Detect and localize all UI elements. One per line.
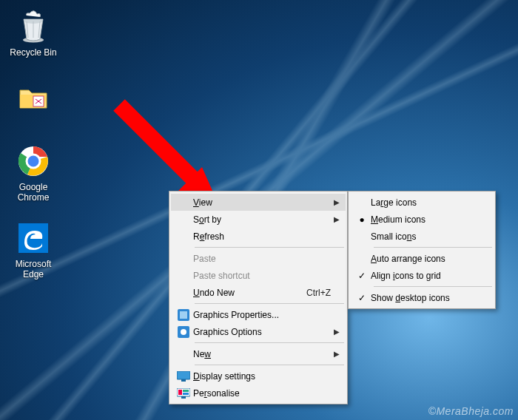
chevron-right-icon: ▶ (331, 328, 340, 336)
menu-item-graphics-properties[interactable]: Graphics Properties... (171, 306, 346, 323)
svg-rect-12 (181, 379, 186, 382)
menu-item-paste: Paste (171, 250, 346, 267)
svg-rect-16 (183, 393, 189, 395)
intel-props-icon (174, 309, 193, 321)
submenu-item-small-icons[interactable]: Small icons (350, 228, 494, 245)
menu-item-undo[interactable]: Undo New Ctrl+Z (171, 284, 346, 301)
desktop-context-menu: View ▶ Sort by ▶ Refresh Paste Paste sho… (169, 191, 348, 404)
menu-item-personalise[interactable]: Personalise (171, 385, 346, 402)
svg-point-3 (27, 155, 40, 168)
watermark: ©MeraBheja.com (428, 405, 514, 417)
view-submenu: Large icons ● Medium icons Small icons A… (348, 191, 496, 309)
menu-separator (374, 286, 492, 287)
svg-rect-11 (177, 371, 190, 379)
menu-shortcut: Ctrl+Z (297, 288, 331, 298)
svg-rect-14 (178, 390, 182, 395)
folder-icon (16, 80, 51, 115)
desktop-icon-label: Google Chrome (7, 182, 59, 203)
desktop-icon-recycle-bin[interactable]: Recycle Bin (6, 6, 61, 64)
svg-rect-17 (181, 396, 186, 399)
recycle-bin-icon (16, 9, 51, 44)
check-icon: ✓ (353, 271, 371, 281)
check-icon: ✓ (353, 293, 371, 303)
menu-separator (195, 365, 344, 365)
svg-line-5 (119, 105, 195, 180)
desktop-icon-label: Microsoft Edge (7, 259, 59, 280)
menu-item-view[interactable]: View ▶ (171, 194, 346, 211)
svg-rect-15 (183, 390, 189, 392)
radio-selected-icon: ● (353, 214, 371, 225)
submenu-item-large-icons[interactable]: Large icons (350, 194, 494, 211)
chevron-right-icon: ▶ (331, 198, 340, 206)
submenu-item-show-desktop-icons[interactable]: ✓ Show desktop icons (350, 289, 494, 306)
personalise-icon (174, 388, 193, 399)
desktop-icon-column: Recycle Bin Google Chrome (6, 6, 65, 285)
menu-item-paste-shortcut: Paste shortcut (171, 267, 346, 284)
menu-item-new[interactable]: New ▶ (171, 345, 346, 362)
chevron-right-icon: ▶ (331, 350, 340, 358)
menu-item-graphics-options[interactable]: Graphics Options ▶ (171, 323, 346, 340)
intel-options-icon (174, 326, 193, 338)
menu-separator (195, 247, 344, 248)
svg-rect-8 (180, 311, 187, 319)
submenu-item-auto-arrange[interactable]: Auto arrange icons (350, 250, 494, 267)
svg-point-10 (181, 329, 186, 335)
chevron-right-icon: ▶ (331, 215, 340, 223)
menu-separator (374, 247, 492, 248)
desktop-icon-edge[interactable]: Microsoft Edge (6, 217, 61, 285)
desktop-icon-chrome[interactable]: Google Chrome (6, 140, 61, 209)
desktop-icon-label: Recycle Bin (10, 47, 56, 58)
desktop-icon-folder[interactable] (6, 77, 61, 124)
chrome-icon (16, 143, 51, 179)
submenu-item-medium-icons[interactable]: ● Medium icons (350, 211, 494, 228)
menu-separator (195, 342, 344, 343)
menu-separator (195, 303, 344, 304)
menu-item-sort-by[interactable]: Sort by ▶ (171, 211, 346, 228)
display-settings-icon (174, 371, 193, 382)
menu-item-display-settings[interactable]: Display settings (171, 368, 346, 385)
edge-icon (16, 220, 51, 256)
submenu-item-align-grid[interactable]: ✓ Align icons to grid (350, 267, 494, 284)
menu-item-refresh[interactable]: Refresh (171, 228, 346, 245)
